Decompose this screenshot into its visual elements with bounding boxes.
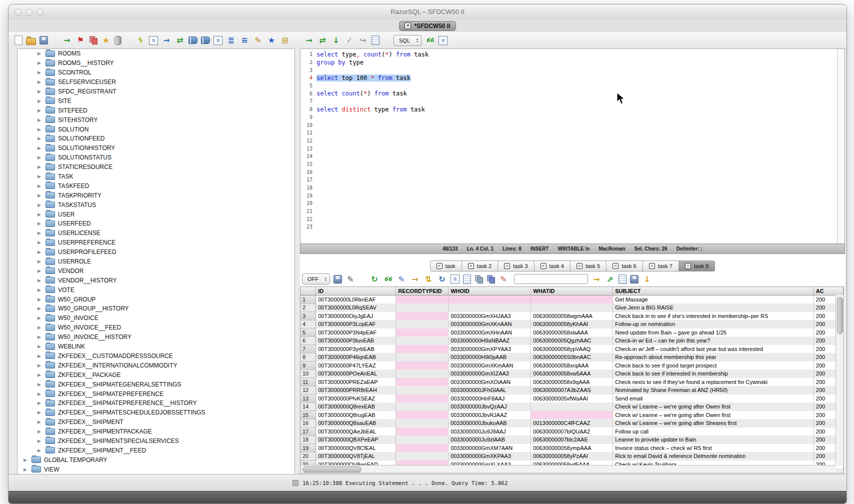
tree-item[interactable]: ▶SFDC_REGISTRANT <box>18 87 294 96</box>
new-file-icon[interactable] <box>14 36 22 45</box>
disclosure-triangle-icon[interactable]: ▶ <box>38 354 42 358</box>
table-cell[interactable] <box>396 394 448 403</box>
close-tab-icon[interactable]: × <box>612 263 618 269</box>
disclosure-triangle-icon[interactable]: ▶ <box>38 98 42 104</box>
disclosure-triangle-icon[interactable]: ▶ <box>38 316 42 320</box>
disclosure-triangle-icon[interactable]: ▶ <box>38 146 42 150</box>
disclosure-triangle-icon[interactable]: ▶ <box>38 212 42 217</box>
disclosure-triangle-icon[interactable]: ▶ <box>38 202 42 208</box>
table-row[interactable]: 700T3000000P3yrbEAB0033000000GmXPYAA3006… <box>300 345 844 354</box>
table-cell[interactable]: 00T3000000QBXPeEAP <box>316 436 396 444</box>
tree-item[interactable]: ▶STATICRESOURCE <box>18 162 294 172</box>
table-cell[interactable]: 00T3000000Q8sauEAB <box>316 419 396 428</box>
close-tab-icon[interactable]: × <box>504 263 510 269</box>
disclosure-triangle-icon[interactable]: ▶ <box>38 372 42 378</box>
table-row[interactable]: 300T3000000OiyJgEAJ0033000000GmXHJAA3006… <box>300 312 844 320</box>
table-cell[interactable] <box>448 296 531 304</box>
edit-icon[interactable]: ✎ <box>253 36 263 46</box>
grid-vscroll-thumb[interactable] <box>837 297 843 334</box>
table-cell[interactable]: Check-in w/ Ed – can he join this year? <box>613 336 814 345</box>
filter-input[interactable] <box>514 274 588 284</box>
disclosure-triangle-icon[interactable]: ▶ <box>38 80 42 84</box>
tree-root-item[interactable]: ▶GLOBAL TEMPORARY <box>18 455 294 464</box>
table-cell[interactable]: 00T3000000L0RqSEAV <box>316 304 396 312</box>
tree-item[interactable]: ▶ROOMS <box>18 49 294 58</box>
refresh-results-icon[interactable]: ↻ <box>370 274 380 284</box>
table-cell[interactable]: 006300000058x9qAAA <box>531 378 613 386</box>
table-cell[interactable]: 0033000000JbvRJAAZ <box>448 411 531 420</box>
table-cell[interactable]: 0033000000GmXHJAA3 <box>448 312 531 320</box>
tree-item[interactable]: ▶W50_INVOICE <box>18 314 294 323</box>
open-file-icon[interactable] <box>26 38 36 45</box>
table-cell[interactable]: 0033000000GmXIZAA3 <box>448 370 531 378</box>
tree-item[interactable]: ▶TASKSTATUS <box>18 200 294 210</box>
table-row[interactable]: 1500T3000000Q8rugEAB0033000000JbvRJAAZCh… <box>300 411 844 420</box>
column-header[interactable]: ID <box>316 287 396 296</box>
insert-row-icon[interactable]: → <box>410 274 420 284</box>
table-cell[interactable]: Check nexis to see if they've found a re… <box>613 378 814 386</box>
table-cell[interactable]: 0033000000JFhGlAAL <box>448 386 531 394</box>
table-cell[interactable]: Give Jenn a BIG RAISE <box>613 304 814 312</box>
rollback-icon[interactable]: ↪ <box>358 36 368 46</box>
table-cell[interactable]: Re-approach about membership this year <box>613 353 814 362</box>
table-row[interactable]: 1700T3000000QAeJbEAL0033000000Ju9J9AAJ00… <box>300 428 844 436</box>
tree-item[interactable]: ▶W50_INVOICE__FEED <box>18 323 294 332</box>
disclosure-triangle-icon[interactable]: ▶ <box>38 410 42 415</box>
result-tab[interactable]: ×task 3 <box>498 260 534 272</box>
edit-cell-icon[interactable]: ✎ <box>396 274 406 284</box>
column-header[interactable]: WHATID <box>531 287 613 296</box>
disclosure-triangle-icon[interactable]: ▶ <box>38 334 42 340</box>
goto-row-icon[interactable]: 66 <box>383 274 393 284</box>
tree-item[interactable]: ▶ZKFEDEX__PACKAGE <box>18 370 294 380</box>
table-cell[interactable]: 00630000005QgzhAAC <box>531 336 613 345</box>
disclosure-triangle-icon[interactable]: ▶ <box>38 363 42 368</box>
close-tab-icon[interactable]: × <box>685 263 691 269</box>
tree-item[interactable]: ▶ZKFEDEX__INTERNATIONALCOMMODITY <box>18 360 294 370</box>
close-document-icon[interactable]: × <box>404 22 411 29</box>
disclosure-triangle-icon[interactable]: ▶ <box>38 60 42 66</box>
tree-item[interactable]: ▶W50_GROUP <box>18 294 294 304</box>
edit-sql-icon[interactable]: ✎ <box>346 274 356 284</box>
table-cell[interactable]: 0033000000GmXKnAAN <box>448 320 531 328</box>
grid-vertical-scrollbar[interactable] <box>836 295 844 466</box>
tree-item[interactable]: ▶SELFSERVICEUSER <box>18 78 294 87</box>
table-cell[interactable]: 00T3000000OiyJgEAJ <box>316 312 396 320</box>
table-cell[interactable]: Invoice status check – check w/ RS first <box>613 444 814 452</box>
next-page-icon[interactable]: → <box>592 274 602 284</box>
tree-item[interactable]: ▶USERPROFILEFEED <box>18 248 294 257</box>
new-connection-icon[interactable]: ★ <box>101 36 111 46</box>
result-tab[interactable]: ×task <box>430 260 462 272</box>
tree-item[interactable]: ▶USER <box>18 210 294 219</box>
table-cell[interactable] <box>396 328 448 337</box>
table-cell[interactable] <box>396 312 448 320</box>
tree-item[interactable]: ▶ZKFEDEX__SHIPMATEPREFERENCE__HISTORY <box>18 398 294 408</box>
table-cell[interactable]: Check w/ Leanne – we're going after Shea… <box>613 419 814 428</box>
result-tab[interactable]: ×task 7 <box>643 260 679 272</box>
table-cell[interactable]: 00T3000000P47LYEAZ <box>316 362 396 370</box>
tree-item[interactable]: ▶ZKFEDEX__SHIPMENT <box>18 418 294 427</box>
table-grid-icon[interactable]: ⊞ <box>280 36 290 46</box>
table-cell[interactable]: 006300000058xw5AAA <box>531 370 613 378</box>
view-list-icon[interactable]: ≡ <box>450 274 460 284</box>
tree-item[interactable]: ▶TASK <box>18 172 294 182</box>
table-cell[interactable]: 00630000007bIQUAA2 <box>531 428 613 436</box>
table-cell[interactable]: 006300000058yPzAAI <box>531 452 613 460</box>
disclosure-triangle-icon[interactable]: ▶ <box>38 193 42 198</box>
column-header[interactable]: WHOID <box>448 287 531 296</box>
table-cell[interactable]: 00T3000000L0RknEAF <box>316 296 396 304</box>
column-header[interactable]: RECORDTYPEID <box>396 287 448 296</box>
history-icon[interactable] <box>372 36 380 45</box>
describe-book-icon[interactable] <box>188 36 198 44</box>
table-row[interactable]: 1000T3000000POeAnEAL0033000000GmXIZAA300… <box>300 370 844 378</box>
table-cell[interactable]: 00T3000000P3yrbEAB <box>316 345 396 354</box>
grid-hscroll-thumb[interactable] <box>302 466 362 472</box>
disclosure-triangle-icon[interactable]: ▶ <box>38 259 42 264</box>
table-row[interactable]: 500T3000000P3N4pEAF0033000000GmXHnAAN006… <box>300 328 844 337</box>
connect-icon[interactable]: → <box>62 36 72 46</box>
tree-item[interactable]: ▶SCONTROL <box>18 68 294 78</box>
disclosure-triangle-icon[interactable]: ▶ <box>38 174 42 179</box>
table-cell[interactable]: 0033000000GmXKmAAN <box>448 362 531 370</box>
table-cell[interactable]: 0033000000Ju9J9AAJ <box>448 428 531 436</box>
tree-item[interactable]: ▶SOLUTION <box>18 124 294 134</box>
reference-book-icon[interactable] <box>201 36 210 44</box>
